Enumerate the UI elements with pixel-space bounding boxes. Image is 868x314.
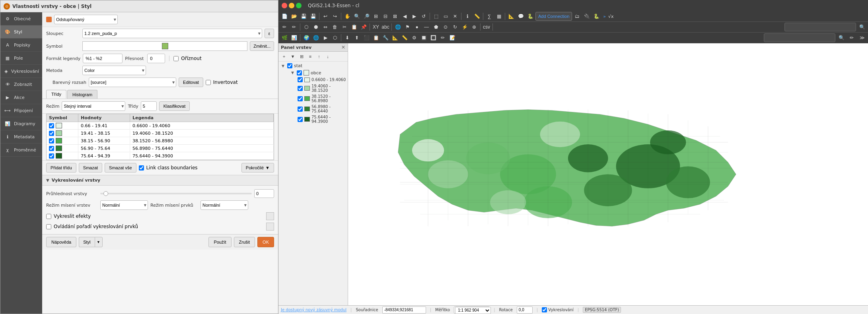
edit-color-ramp-button[interactable]: Editovat [179, 78, 203, 87]
zoom-search-btn[interactable]: 🔍 [858, 23, 866, 31]
tb3-btn11[interactable]: 🔧 [381, 33, 390, 42]
legend-checkbox-1[interactable] [298, 77, 303, 82]
draw-effects-config-btn[interactable] [266, 212, 274, 220]
ok-button[interactable]: OK [257, 237, 274, 247]
layer-item-obce[interactable]: ▼ obce [285, 69, 348, 76]
attr-table-btn[interactable]: ▦ [494, 12, 503, 21]
help-button[interactable]: Nápověda [46, 237, 76, 247]
copy-btn[interactable]: 📋 [350, 23, 358, 31]
zoom-next-btn[interactable]: ▶ [410, 12, 418, 21]
group-checkbox-stat[interactable] [287, 63, 292, 68]
tb3-edit1[interactable]: ✏ [847, 33, 856, 42]
plugins-btn[interactable]: 🔌 [582, 12, 591, 21]
panel-close-btn[interactable]: ✕ [341, 45, 345, 50]
tb3-btn1[interactable]: 🌿 [280, 33, 289, 42]
sum-btn[interactable]: ∑ [485, 12, 494, 21]
control-order-checkbox[interactable] [46, 224, 51, 229]
nav-item-variables[interactable]: χ Proměnné [0, 143, 42, 157]
save-project-btn[interactable]: 💾 [299, 12, 308, 21]
style-dropdown-button[interactable]: ▼ [95, 237, 103, 247]
split-btn[interactable]: ⚡ [460, 23, 469, 31]
map-canvas[interactable] [348, 43, 868, 305]
browser-btn[interactable]: 🗂 [573, 12, 582, 21]
color-ramp-select[interactable]: [source] [89, 78, 176, 87]
legend-checkbox-2[interactable] [298, 86, 303, 91]
pan-btn[interactable]: ✋ [343, 12, 352, 21]
tb3-btn18[interactable]: 📝 [448, 33, 457, 42]
redo-btn[interactable]: ↪ [331, 12, 339, 21]
composer-btn[interactable]: 📐 [507, 12, 516, 21]
select-btn[interactable]: ⬚ [432, 12, 440, 21]
link-boundaries-checkbox[interactable] [139, 165, 144, 171]
search-box[interactable] [784, 23, 856, 31]
csv-btn[interactable]: csv [482, 23, 491, 31]
wms-btn[interactable]: 🌐 [393, 23, 402, 31]
change-symbol-button[interactable]: Změnit... [250, 41, 274, 51]
tb3-btn17[interactable]: ✏ [438, 33, 447, 42]
nav-item-actions[interactable]: ▶ Akce [0, 91, 42, 104]
rotation-input[interactable] [517, 306, 533, 314]
cut-btn[interactable]: ✂ [340, 23, 349, 31]
move-up-btn[interactable]: ↑ [315, 52, 323, 60]
delete-button[interactable]: Smazat [79, 163, 102, 173]
python-btn[interactable]: 🐍 [526, 12, 535, 21]
zoom-prev-btn[interactable]: ◀ [400, 12, 409, 21]
maximize-button[interactable] [296, 3, 302, 8]
table-row[interactable]: 38.15 - 56.90 38.1520 - 56.8980 [47, 137, 274, 145]
apply-button[interactable]: Použít [208, 237, 231, 247]
cancel-button[interactable]: Zrušit [234, 237, 255, 247]
merge-btn[interactable]: ⊕ [470, 23, 479, 31]
select-rect-btn[interactable]: ▭ [441, 12, 450, 21]
tb3-btn2[interactable]: 📊 [290, 33, 298, 42]
zoom-box[interactable] [764, 33, 835, 42]
tb3-btn9[interactable]: ⬛ [362, 33, 371, 42]
tb3-btn10[interactable]: 📋 [372, 33, 380, 42]
table-row[interactable]: 75.64 - 94.39 75.6440 - 94.3900 [47, 152, 274, 160]
open-attr-btn[interactable]: ⊞ [298, 52, 306, 60]
chat-btn[interactable]: 💬 [516, 12, 525, 21]
layer-prop-btn[interactable]: ≡ [306, 52, 314, 60]
feature-btn[interactable]: ⚑ [403, 23, 412, 31]
python2-btn[interactable]: 🐍 [592, 12, 601, 21]
open-project-btn[interactable]: 📂 [290, 12, 298, 21]
move-down-btn[interactable]: ↓ [324, 52, 332, 60]
nav-item-display[interactable]: 👁 Zobrazit [0, 78, 42, 91]
blend-layer-select[interactable]: Normální [100, 200, 148, 210]
row-checkbox-1[interactable] [49, 123, 54, 128]
add-layer-btn[interactable]: + [280, 52, 288, 60]
zoom-select-btn[interactable]: ⊠ [391, 12, 399, 21]
nav-item-general[interactable]: ⚙ Obecné [0, 12, 42, 25]
tab-histogram[interactable]: Histogram [67, 90, 97, 99]
point-btn[interactable]: ● [413, 23, 421, 31]
edit-btn[interactable]: ✏ [280, 23, 289, 31]
minimize-button[interactable] [289, 3, 294, 8]
clip-checkbox[interactable] [173, 56, 179, 61]
zoom-reset-btn[interactable]: 🔍 [837, 33, 846, 42]
undo-btn[interactable]: ↩ [321, 12, 330, 21]
nav-item-style[interactable]: 🎨 Styl [0, 25, 42, 39]
digitize-btn[interactable]: ⬡ [302, 23, 311, 31]
render-checkbox[interactable] [542, 307, 547, 312]
opacity-slider-track[interactable] [100, 193, 252, 194]
plugin-link[interactable]: Je dostupný nový zásuvný modul [281, 308, 346, 312]
row-checkbox-2[interactable] [49, 131, 54, 136]
tab-classes[interactable]: Třídy [46, 90, 66, 99]
control-order-config-btn[interactable] [266, 223, 274, 231]
identify-btn[interactable]: ℹ [463, 12, 472, 21]
style-mode-select[interactable]: Odstupňovaný [54, 15, 118, 24]
table-row[interactable]: 19.41 - 38.15 19.4060 - 38.1520 [47, 130, 274, 137]
tb3-btn8[interactable]: ⬆ [352, 33, 361, 42]
filter-btn[interactable]: ▼ [289, 52, 297, 60]
node-tool-btn[interactable]: ⬢ [311, 23, 320, 31]
crs-badge[interactable]: EPSG:5514 (OTF) [583, 307, 621, 313]
paste-btn[interactable]: 📌 [359, 23, 368, 31]
tb3-btn4[interactable]: 🌐 [311, 33, 320, 42]
xy-btn[interactable]: XY [372, 23, 380, 31]
tb3-btn13[interactable]: 📏 [400, 33, 409, 42]
nav-item-fields[interactable]: ▦ Pole [0, 52, 42, 65]
tb3-btn12[interactable]: 📐 [391, 33, 399, 42]
nav-item-metadata[interactable]: ℹ Metadata [0, 130, 42, 143]
column-select[interactable]: 1.2 zem_puda_p [82, 29, 262, 38]
tb3-btn16[interactable]: 🔳 [429, 33, 438, 42]
add-class-button[interactable]: Přidat třídu [46, 163, 76, 173]
